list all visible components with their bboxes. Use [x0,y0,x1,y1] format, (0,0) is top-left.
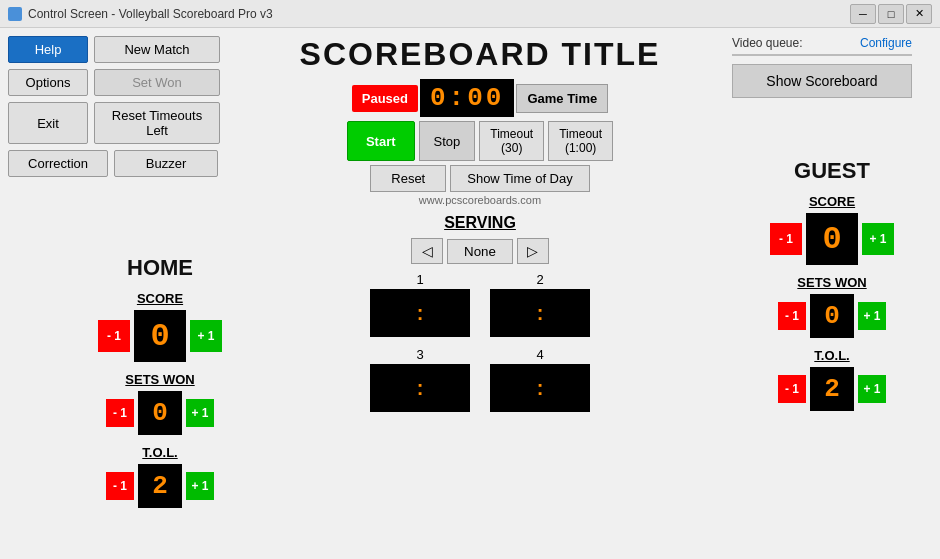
exit-button[interactable]: Exit [8,102,88,144]
video-queue-header: Video queue: Configure [732,36,912,50]
set-3-colon: : [417,378,424,398]
set-2-label: 2 [536,272,543,287]
reset-button[interactable]: Reset [370,165,446,192]
guest-tol-label: T.O.L. [814,348,849,363]
guest-score-section: SCORE - 1 0 + 1 [770,194,894,265]
timeout-30-button[interactable]: Timeout (30) [479,121,544,161]
reset-timeouts-button[interactable]: Reset Timeouts Left [94,102,220,144]
home-score-minus-button[interactable]: - 1 [98,320,130,352]
home-score-display: 0 [134,310,186,362]
correction-button[interactable]: Correction [8,150,108,177]
home-sets-label: SETS WON [125,372,194,387]
maximize-button[interactable]: □ [878,4,904,24]
guest-score-display: 0 [806,213,858,265]
second-row: Options Set Won [8,69,228,96]
home-tol-plus-button[interactable]: + 1 [186,472,214,500]
scoreboard-title: SCOREBOARD TITLE [300,36,661,73]
app-icon [8,7,22,21]
set-4-label: 4 [536,347,543,362]
options-button[interactable]: Options [8,69,88,96]
serving-left-arrow[interactable]: ◁ [411,238,443,264]
buzzer-button[interactable]: Buzzer [114,150,218,177]
home-sets-minus-button[interactable]: - 1 [106,399,134,427]
third-row: Exit Reset Timeouts Left [8,102,228,144]
show-scoreboard-button[interactable]: Show Scoreboard [732,64,912,98]
title-bar-controls[interactable]: ─ □ ✕ [850,4,932,24]
sets-grid-container: 1 : 2 : 3 : [370,272,590,412]
home-tol-display: 2 [138,464,182,508]
guest-sets-plus-button[interactable]: + 1 [858,302,886,330]
home-panel: HOME SCORE - 1 0 + 1 SETS WON - 1 0 + 1 … [60,255,260,508]
guest-sets-minus-button[interactable]: - 1 [778,302,806,330]
title-bar: Control Screen - Volleyball Scoreboard P… [0,0,940,28]
guest-tol-display: 2 [810,367,854,411]
guest-score-plus-button[interactable]: + 1 [862,223,894,255]
home-score-plus-button[interactable]: + 1 [190,320,222,352]
new-match-button[interactable]: New Match [94,36,220,63]
home-tol-label: T.O.L. [142,445,177,460]
timeout-100-label: Timeout [559,127,602,141]
home-sets-plus-button[interactable]: + 1 [186,399,214,427]
set-1-label: 1 [416,272,423,287]
configure-link[interactable]: Configure [860,36,912,50]
guest-tol-plus-button[interactable]: + 1 [858,375,886,403]
show-time-button[interactable]: Show Time of Day [450,165,590,192]
home-score-section: SCORE - 1 0 + 1 [98,291,222,362]
timer-display: 0:00 [420,79,514,117]
set-3-display: : [370,364,470,412]
home-tol-minus-button[interactable]: - 1 [106,472,134,500]
guest-tol-section: T.O.L. - 1 2 + 1 [778,348,886,411]
set-4-box: 4 : [490,347,590,412]
guest-tol-row: - 1 2 + 1 [778,367,886,411]
start-button[interactable]: Start [347,121,415,161]
timeout-100-sub: (1:00) [565,141,596,155]
set-4-colon: : [537,378,544,398]
serving-none-button[interactable]: None [447,239,513,264]
set-1-display: : [370,289,470,337]
guest-score-label: SCORE [809,194,855,209]
serving-right-arrow[interactable]: ▷ [517,238,549,264]
guest-panel-container: GUEST SCORE - 1 0 + 1 SETS WON - 1 0 + 1 [732,158,932,411]
right-panel: Video queue: Configure Show Scoreboard [732,36,912,98]
home-sets-won-section: SETS WON - 1 0 + 1 [106,372,214,435]
timeout-30-sub: (30) [501,141,522,155]
website-text: www.pcscoreboards.com [419,194,541,206]
close-button[interactable]: ✕ [906,4,932,24]
guest-sets-won-section: SETS WON - 1 0 + 1 [778,275,886,338]
stop-button[interactable]: Stop [419,121,476,161]
set-1-box: 1 : [370,272,470,337]
minimize-button[interactable]: ─ [850,4,876,24]
bottom-controls: Reset Show Time of Day [370,165,589,192]
timer-controls: Start Stop Timeout (30) Timeout (1:00) [347,121,613,161]
timeout-100-button[interactable]: Timeout (1:00) [548,121,613,161]
set-3-label: 3 [416,347,423,362]
guest-sets-label: SETS WON [797,275,866,290]
help-button[interactable]: Help [8,36,88,63]
home-panel-container: HOME SCORE - 1 0 + 1 SETS WON - 1 0 + 1 … [60,255,260,508]
serving-title: SERVING [444,214,516,232]
home-tol-section: T.O.L. - 1 2 + 1 [106,445,214,508]
game-time-button[interactable]: Game Time [516,84,608,113]
right-side: Video queue: Configure Show Scoreboard G… [732,36,932,551]
guest-tol-minus-button[interactable]: - 1 [778,375,806,403]
serving-controls: ◁ None ▷ [411,238,549,264]
video-queue-box [732,54,912,56]
set-1-colon: : [417,303,424,323]
timer-section: Paused 0:00 Game Time [352,79,609,117]
set-2-colon: : [537,303,544,323]
guest-sets-display: 0 [810,294,854,338]
top-row: Help New Match [8,36,228,63]
guest-score-minus-button[interactable]: - 1 [770,223,802,255]
title-bar-text: Control Screen - Volleyball Scoreboard P… [28,7,273,21]
home-score-row: - 1 0 + 1 [98,310,222,362]
center-panel: SCOREBOARD TITLE Paused 0:00 Game Time S… [236,36,724,551]
fourth-row: Correction Buzzer [8,150,228,177]
home-sets-row: - 1 0 + 1 [106,391,214,435]
set-won-button[interactable]: Set Won [94,69,220,96]
guest-panel: GUEST SCORE - 1 0 + 1 SETS WON - 1 0 + 1 [732,158,932,411]
serving-section: SERVING ◁ None ▷ [236,214,724,264]
guest-score-row: - 1 0 + 1 [770,213,894,265]
sets-grid: 1 : 2 : 3 : [370,272,590,412]
title-bar-left: Control Screen - Volleyball Scoreboard P… [8,7,273,21]
guest-team-name: GUEST [794,158,870,184]
